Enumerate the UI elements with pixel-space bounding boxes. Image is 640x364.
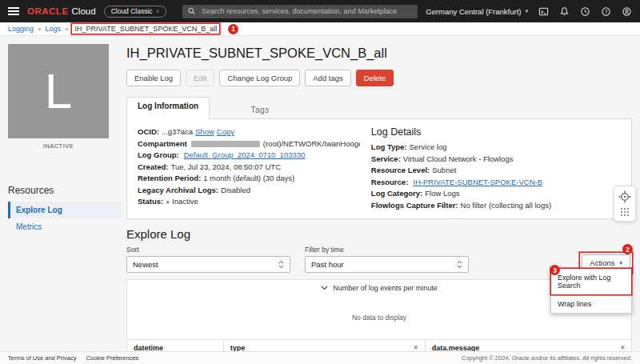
sidebar: L INACTIVE Resources Explore Log Metrics	[0, 36, 122, 351]
status-field-label: Status:	[138, 197, 163, 206]
tab-tags[interactable]: Tags	[210, 101, 310, 118]
navigation-menu-icon[interactable]	[8, 7, 19, 15]
legacy-archival-label: Legacy Archival Logs:	[138, 186, 218, 194]
breadcrumb-separator: »	[38, 26, 41, 33]
capture-filter-value: No filter (collecting all logs)	[461, 201, 552, 210]
log-details-heading: Log Details	[371, 126, 621, 138]
terms-privacy-link[interactable]: Terms of Use and Privacy	[8, 354, 76, 362]
sort-select[interactable]: Newest	[126, 256, 290, 273]
resource-level-value: Subnet	[432, 166, 456, 174]
log-group-link[interactable]: Default_Group_2024_0710_103330	[184, 150, 306, 159]
compartment-value: (root)/NETWORK/IwanHoogendoorn	[263, 139, 360, 148]
change-log-group-button[interactable]: Change Log Group	[219, 70, 300, 86]
sidebar-item-metrics[interactable]: Metrics	[8, 218, 122, 235]
search-icon	[188, 7, 195, 15]
retention-row: Retention Period:1 month (default) (30 d…	[138, 173, 360, 185]
actions-dropdown-menu: Explore with Log Search Wrap lines	[550, 268, 632, 314]
filter-selected-value: Past hour	[311, 260, 344, 269]
service-value: Virtual Cloud Network - Flowlogs	[403, 154, 514, 163]
brand-cloud: Cloud	[72, 6, 96, 16]
announcements-bell-icon[interactable]	[559, 6, 570, 17]
status-value: Inactive	[172, 197, 198, 206]
avatar-letter: L	[45, 66, 72, 116]
region-label: Germany Central (Frankfurt)	[426, 7, 521, 16]
topbar-right: Germany Central (Frankfurt) ▾ ?	[426, 6, 632, 17]
region-selector[interactable]: Germany Central (Frankfurt) ▾	[426, 7, 528, 16]
status-label: INACTIVE	[8, 142, 109, 150]
breadcrumb-current-log: IH_PRIVATE_SUBNET_SPOKE_VCN_B_all	[72, 24, 219, 34]
oracle-cloud-logo: ORACLE Cloud	[27, 6, 96, 16]
add-tags-button[interactable]: Add tags	[305, 70, 351, 86]
log-category-row: Log Category:Flow Logs	[371, 188, 621, 200]
ocid-label: OCID:	[138, 127, 159, 136]
legacy-archival-value: Disabled	[221, 186, 250, 194]
column-data-message-label: data.message	[432, 344, 480, 352]
log-category-label: Log Category:	[371, 189, 422, 198]
copyright-text: Copyright © 2024, Oracle and/or its affi…	[462, 354, 632, 362]
resources-heading: Resources	[8, 185, 122, 202]
retention-label: Retention Period:	[138, 174, 201, 182]
explore-log-heading: Explore Log	[126, 227, 632, 241]
search-bar[interactable]	[182, 5, 418, 18]
delete-button[interactable]: Delete	[356, 70, 394, 86]
redacted-value	[191, 141, 260, 147]
created-label: Created:	[138, 162, 169, 171]
log-information-column: OCID:...g37acaShowCopy Compartment(root)…	[138, 126, 360, 211]
menu-item-wrap-lines[interactable]: Wrap lines	[551, 294, 631, 313]
tab-log-information[interactable]: Log Information	[126, 97, 210, 119]
sort-group: Sort Newest	[126, 246, 290, 273]
menu-item-explore-with-log-search[interactable]: Explore with Log Search	[551, 269, 631, 294]
target-icon[interactable]	[618, 190, 631, 203]
filter-by-time-group: Filter by time Past hour	[305, 246, 469, 273]
resource-level-label: Resource Level:	[371, 166, 430, 174]
screen-target-widget	[614, 186, 636, 222]
log-avatar: L	[8, 44, 109, 138]
copy-link[interactable]: Copy	[217, 127, 234, 136]
help-icon[interactable]: ?	[601, 6, 611, 17]
actions-button-label: Actions	[590, 258, 614, 267]
search-input[interactable]	[200, 6, 412, 16]
annotation-step-1: 1	[228, 24, 238, 34]
annotation-step-3: 3	[550, 265, 560, 275]
breadcrumb-logging[interactable]: Logging	[8, 25, 34, 33]
select-chevrons-icon	[457, 260, 462, 269]
show-link[interactable]: Show	[195, 127, 214, 136]
ocid-row: OCID:...g37acaShowCopy	[138, 126, 360, 138]
column-datetime-label: datetime	[134, 344, 163, 352]
capture-filter-row: Flowlogs Capture Filter:No filter (colle…	[371, 200, 621, 212]
chevron-right-icon: ›	[157, 7, 159, 15]
resource-row: Resource:IH-PRIVATE-SUBNET-SPOKE-VCN-B	[371, 177, 621, 189]
topbar: ORACLE Cloud Cloud Classic › Germany Cen…	[0, 0, 640, 22]
log-information-panel: OCID:...g37acaShowCopy Compartment(root)…	[126, 118, 632, 219]
sort-selected-value: Newest	[133, 260, 158, 269]
log-details-column: Log Details Log Type:Service log Service…	[360, 126, 621, 211]
cookie-preferences-link[interactable]: Cookie Preferences	[86, 354, 138, 362]
log-type-value: Service log	[410, 142, 447, 151]
sidebar-item-explore-log[interactable]: Explore Log	[8, 202, 122, 218]
cloud-shell-icon[interactable]	[538, 6, 549, 17]
legacy-archival-row: Legacy Archival Logs:Disabled	[138, 185, 360, 197]
drag-handle-dots-icon[interactable]	[620, 207, 630, 217]
edit-button[interactable]: Edit	[186, 70, 214, 86]
status-row: Status:●Inactive	[138, 196, 360, 209]
column-type-label: type	[230, 344, 246, 352]
compartment-row: Compartment(root)/NETWORK/IwanHoogendoor…	[138, 138, 360, 150]
chart-header-label: Number of log events per minute	[333, 284, 438, 292]
breadcrumb-separator: »	[65, 26, 68, 33]
inactive-status-dot-icon: ●	[166, 198, 170, 206]
select-chevrons-icon	[278, 260, 284, 269]
breadcrumb-logs[interactable]: Logs	[46, 25, 62, 33]
created-row: Created:Tue, Jul 23, 2024, 08:50:07 UTC	[138, 162, 360, 174]
cloud-classic-label: Cloud Classic	[111, 7, 153, 15]
oracle-cloud-console: ORACLE Cloud Cloud Classic › Germany Cen…	[0, 0, 640, 364]
ocid-value: ...g37aca	[162, 127, 193, 136]
cloud-classic-button[interactable]: Cloud Classic ›	[104, 6, 166, 18]
svg-text:?: ?	[605, 8, 608, 14]
enable-log-button[interactable]: Enable Log	[126, 70, 181, 86]
log-type-label: Log Type:	[371, 142, 407, 151]
clock-icon[interactable]	[580, 6, 590, 17]
log-type-row: Log Type:Service log	[371, 142, 621, 154]
resource-link[interactable]: IH-PRIVATE-SUBNET-SPOKE-VCN-B	[413, 178, 542, 186]
profile-icon[interactable]	[622, 6, 632, 17]
filter-by-time-select[interactable]: Past hour	[305, 256, 469, 273]
